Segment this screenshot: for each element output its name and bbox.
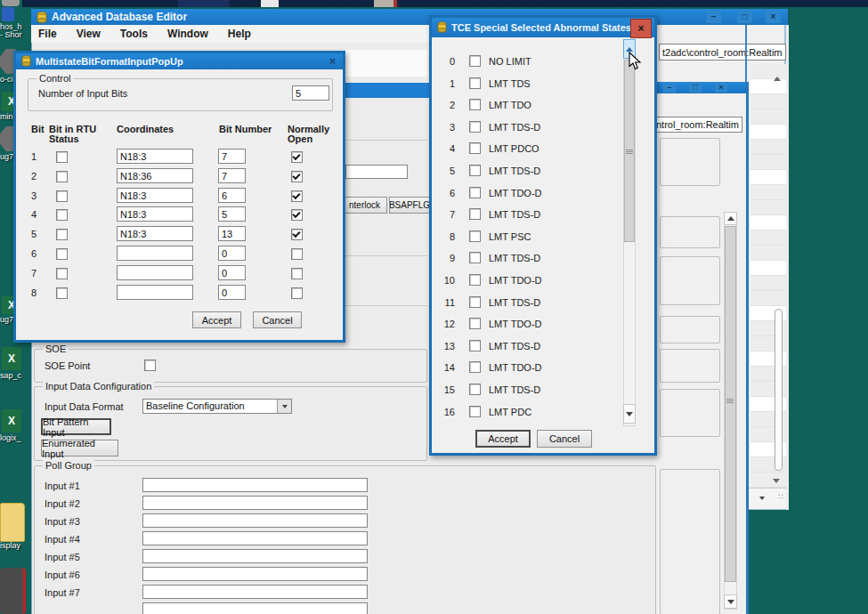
tce-state-checkbox[interactable] <box>469 340 481 351</box>
multistate-close-button[interactable]: × <box>329 55 336 68</box>
multistate-cancel-button[interactable]: Cancel <box>253 311 302 328</box>
form-scrollbar-thumb[interactable] <box>725 226 736 582</box>
rtu-status-checkbox[interactable] <box>56 171 68 182</box>
tce-state-checkbox[interactable] <box>469 406 481 417</box>
tce-state-row[interactable]: 6LMT TDO-D <box>434 187 622 198</box>
tce-dialog-titlebar[interactable]: TCE Special Selected Abnormal States <box>432 18 654 37</box>
tce-state-checkbox[interactable] <box>469 252 481 263</box>
grid-cell[interactable] <box>750 276 786 291</box>
normally-open-checkbox[interactable] <box>291 171 303 182</box>
bit-number-field[interactable] <box>218 226 246 241</box>
normally-open-checkbox[interactable] <box>291 190 303 202</box>
grid-cell[interactable] <box>750 473 786 488</box>
child-minimize-button[interactable]: – <box>663 83 676 93</box>
tce-state-row[interactable]: 0NO LIMIT <box>434 55 622 67</box>
minimize-button[interactable]: – <box>706 11 721 23</box>
poll-input-field[interactable] <box>142 549 368 563</box>
grid-cell[interactable] <box>750 291 786 306</box>
multistate-accept-button[interactable]: Accept <box>192 311 241 328</box>
tce-state-row[interactable]: 3LMT TDS-D <box>434 121 622 133</box>
grid-cell[interactable] <box>750 140 786 155</box>
tce-state-row[interactable]: 11LMT TDS-D <box>434 296 622 308</box>
grid-scrollbar-thumb[interactable] <box>775 309 783 471</box>
dropdown-arrow-icon[interactable] <box>277 400 291 413</box>
rtu-status-checkbox[interactable] <box>56 209 68 221</box>
tce-state-checkbox[interactable] <box>469 274 481 286</box>
menu-item-file[interactable]: File <box>38 28 57 40</box>
multistate-dialog-titlebar[interactable]: MultistateBitFormatInputPopUp × <box>16 53 343 69</box>
child-realtime-path-field[interactable] <box>653 117 742 133</box>
close-button[interactable]: × <box>766 11 781 23</box>
shortcut-icon[interactable] <box>2 7 14 21</box>
grid-cell[interactable] <box>750 125 786 140</box>
poll-input-field[interactable] <box>142 478 368 492</box>
bit-pattern-input-button[interactable]: Bit Pattern Input <box>41 418 111 435</box>
grid-cell[interactable] <box>750 246 786 261</box>
normally-open-checkbox[interactable] <box>291 151 303 163</box>
poll-input-field[interactable] <box>142 513 368 528</box>
rtu-status-checkbox[interactable] <box>56 151 68 163</box>
coordinates-field[interactable] <box>117 149 193 164</box>
tce-state-row[interactable]: 4LMT PDCO <box>434 142 622 154</box>
tce-state-row[interactable]: 15LMT TDS-D <box>434 384 622 395</box>
tce-state-checkbox[interactable] <box>469 230 481 242</box>
rtu-status-checkbox[interactable] <box>56 287 68 299</box>
grid-cell[interactable] <box>750 109 786 125</box>
tce-state-checkbox[interactable] <box>469 99 481 110</box>
normally-open-checkbox[interactable] <box>291 229 303 240</box>
form-scroll-down-button[interactable] <box>724 594 737 609</box>
rtu-status-checkbox[interactable] <box>56 268 68 279</box>
tce-state-checkbox[interactable] <box>469 384 481 395</box>
input-format-dropdown[interactable]: Baseline Configuration <box>142 399 292 414</box>
tce-close-button[interactable]: × <box>630 19 652 38</box>
bit-number-field[interactable] <box>218 265 246 280</box>
grid-cell[interactable] <box>750 64 786 79</box>
tce-state-row[interactable]: 13LMT TDS-D <box>434 340 622 351</box>
grid-cell[interactable] <box>750 94 786 109</box>
rtu-status-checkbox[interactable] <box>56 248 68 260</box>
tce-scroll-down-button[interactable] <box>623 404 636 424</box>
coordinates-field[interactable] <box>117 226 193 241</box>
tce-state-row[interactable]: 16LMT PDC <box>434 406 622 417</box>
tce-state-row[interactable]: 1LMT TDS <box>434 77 622 89</box>
coordinates-field[interactable] <box>117 188 193 203</box>
tce-state-checkbox[interactable] <box>469 318 481 329</box>
grid-cell[interactable] <box>750 215 786 230</box>
tce-scrollbar-thumb[interactable] <box>624 60 635 242</box>
maximize-button[interactable]: □ <box>737 11 752 23</box>
grid-dropdown-icon[interactable] <box>759 497 765 500</box>
grid-cell[interactable] <box>750 79 786 94</box>
realtime-path-field[interactable] <box>659 44 786 61</box>
poll-input-field[interactable] <box>142 496 368 510</box>
coordinates-field[interactable] <box>117 246 193 261</box>
folder-icon[interactable] <box>0 503 25 542</box>
tce-state-row[interactable]: 9LMT TDS-D <box>434 252 622 263</box>
child-close-button[interactable]: × <box>715 83 727 93</box>
resize-grip-icon[interactable]: ∷ <box>778 492 783 501</box>
tce-state-checkbox[interactable] <box>469 361 481 373</box>
poll-input-field[interactable] <box>142 567 368 581</box>
poll-input-field[interactable] <box>142 602 368 614</box>
poll-input-field[interactable] <box>142 585 368 599</box>
grid-cell[interactable] <box>750 170 786 185</box>
grid-scroll-down-icon[interactable] <box>773 479 780 483</box>
form-text-field[interactable] <box>345 165 408 179</box>
tce-state-checkbox[interactable] <box>469 55 481 67</box>
bit-number-field[interactable] <box>218 285 246 300</box>
coordinates-field[interactable] <box>117 206 193 222</box>
enumerated-input-button[interactable]: Enumerated Input <box>41 440 118 456</box>
grid-cell[interactable] <box>750 230 786 246</box>
normally-open-checkbox[interactable] <box>291 268 303 279</box>
grid-cell[interactable] <box>750 261 786 276</box>
excel-icon[interactable]: X <box>2 347 21 370</box>
tce-state-checkbox[interactable] <box>469 77 481 89</box>
coordinates-field[interactable] <box>117 265 193 280</box>
bit-number-field[interactable] <box>218 206 246 222</box>
menu-item-tools[interactable]: Tools <box>120 28 148 40</box>
rtu-status-checkbox[interactable] <box>56 190 68 202</box>
tce-state-row[interactable]: 2LMT TDO <box>434 99 622 110</box>
child-maximize-button[interactable]: □ <box>689 83 702 93</box>
tce-state-row[interactable]: 8LMT PSC <box>434 230 622 242</box>
grid-cell[interactable] <box>750 200 786 215</box>
num-input-bits-field[interactable] <box>292 85 329 101</box>
